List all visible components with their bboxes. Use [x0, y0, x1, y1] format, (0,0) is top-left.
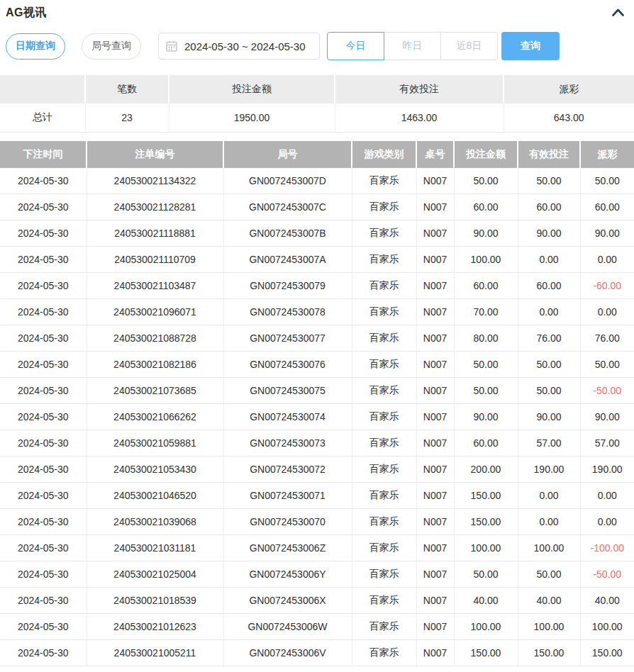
cell-table-no: N007	[416, 640, 454, 666]
cell-round-no: GN0072453007C	[223, 194, 352, 220]
cell-bet-time: 2024-05-30	[0, 352, 87, 378]
cell-bet-amount: 60.00	[454, 430, 518, 457]
cell-payout: -100.00	[580, 535, 634, 561]
cell-table-no: N007	[416, 378, 454, 404]
date-query-tab[interactable]: 日期查询	[6, 33, 65, 60]
cell-payout: 90.00	[580, 220, 634, 247]
cell-bet-no: 240530021059881	[87, 430, 223, 457]
cell-valid-bet: 40.00	[518, 588, 580, 614]
cell-bet-amount: 150.00	[454, 640, 518, 666]
search-button[interactable]: 查询	[501, 32, 560, 60]
cell-game-type: 百家乐	[352, 457, 416, 483]
cell-payout: 100.00	[580, 614, 634, 640]
cell-round-no: GN00724530079	[223, 273, 352, 299]
cell-round-no: GN0072453006Y	[223, 561, 352, 588]
cell-bet-amount: 80.00	[454, 325, 518, 352]
cell-game-type: 百家乐	[352, 378, 416, 404]
summary-header-row: 笔数 投注金额 有效投注 派彩	[0, 75, 634, 103]
cell-payout: 40.00	[580, 588, 634, 614]
cell-bet-amount: 60.00	[454, 194, 518, 220]
summary-header-bet-amount: 投注金额	[169, 75, 335, 103]
cell-valid-bet: 60.00	[518, 273, 580, 299]
summary-table: 笔数 投注金额 有效投注 派彩 总计 23 1950.00 1463.00 64…	[0, 75, 634, 133]
cell-round-no: GN00724530074	[223, 404, 352, 430]
cell-bet-amount: 50.00	[454, 561, 518, 588]
cell-payout: 0.00	[580, 483, 634, 509]
cell-bet-no: 240530021018539	[87, 588, 223, 614]
cell-bet-no: 240530021128281	[87, 194, 223, 220]
cell-payout: 76.00	[580, 325, 634, 352]
header-table-no: 桌号	[416, 141, 454, 168]
cell-payout: 0.00	[580, 247, 634, 273]
cell-game-type: 百家乐	[352, 561, 416, 588]
cell-table-no: N007	[416, 352, 454, 378]
cell-valid-bet: 0.00	[518, 299, 580, 325]
header-payout: 派彩	[580, 141, 634, 168]
bet-record-row: 2024-05-30 240530021134322 GN0072453007D…	[0, 168, 634, 194]
cell-bet-amount: 90.00	[454, 220, 518, 247]
cell-table-no: N007	[416, 325, 454, 352]
cell-bet-time: 2024-05-30	[0, 561, 87, 588]
cell-bet-time: 2024-05-30	[0, 299, 87, 325]
page-title: AG视讯	[6, 6, 47, 21]
quick-range-last-8-days[interactable]: 近8日	[440, 32, 498, 60]
round-query-tab[interactable]: 局号查询	[82, 33, 141, 60]
summary-header-valid-bet: 有效投注	[335, 75, 504, 103]
summary-total-label: 总计	[0, 103, 85, 132]
header-round-no: 局号	[223, 141, 352, 168]
cell-round-no: GN00724530077	[223, 325, 352, 352]
cell-bet-no: 240530021066262	[87, 404, 223, 430]
cell-bet-no: 240530021053430	[87, 457, 223, 483]
cell-payout: 190.00	[580, 457, 634, 483]
bet-record-row: 2024-05-30 240530021082186 GN00724530076…	[0, 352, 634, 378]
cell-round-no: GN00724530070	[223, 509, 352, 535]
collapse-button[interactable]	[611, 6, 625, 20]
cell-bet-time: 2024-05-30	[0, 483, 87, 509]
bet-record-row: 2024-05-30 240530021005211 GN0072453006V…	[0, 640, 634, 666]
cell-game-type: 百家乐	[352, 535, 416, 561]
bet-record-row: 2024-05-30 240530021103487 GN00724530079…	[0, 273, 634, 299]
cell-bet-amount: 100.00	[454, 535, 518, 561]
summary-header-count: 笔数	[85, 75, 169, 103]
cell-bet-no: 240530021039068	[87, 509, 223, 535]
cell-bet-time: 2024-05-30	[0, 168, 87, 194]
cell-game-type: 百家乐	[352, 404, 416, 430]
cell-payout: 50.00	[580, 352, 634, 378]
cell-bet-no: 240530021082186	[87, 352, 223, 378]
bet-record-row: 2024-05-30 240530021110709 GN0072453007A…	[0, 247, 634, 273]
cell-valid-bet: 90.00	[518, 220, 580, 247]
cell-bet-no: 240530021118881	[87, 220, 223, 247]
cell-bet-time: 2024-05-30	[0, 194, 87, 220]
summary-total-count: 23	[85, 103, 169, 132]
cell-bet-time: 2024-05-30	[0, 588, 87, 614]
cell-valid-bet: 50.00	[518, 352, 580, 378]
cell-bet-no: 240530021088728	[87, 325, 223, 352]
cell-bet-time: 2024-05-30	[0, 457, 87, 483]
cell-payout: 50.00	[580, 168, 634, 194]
cell-round-no: GN00724530075	[223, 378, 352, 404]
cell-valid-bet: 50.00	[518, 378, 580, 404]
cell-bet-amount: 50.00	[454, 378, 518, 404]
date-range-input[interactable]: 2024-05-30 ~ 2024-05-30	[158, 33, 320, 60]
cell-round-no: GN0072453006Z	[223, 535, 352, 561]
cell-bet-no: 240530021005211	[87, 640, 223, 666]
bet-record-row: 2024-05-30 240530021031181 GN0072453006Z…	[0, 535, 634, 561]
cell-game-type: 百家乐	[352, 168, 416, 194]
cell-table-no: N007	[416, 588, 454, 614]
cell-bet-amount: 50.00	[454, 352, 518, 378]
summary-total-bet-amount: 1950.00	[169, 103, 335, 132]
cell-round-no: GN0072453007B	[223, 220, 352, 247]
cell-bet-time: 2024-05-30	[0, 509, 87, 535]
panel-header: AG视讯	[0, 0, 634, 21]
cell-table-no: N007	[416, 194, 454, 220]
cell-bet-amount: 100.00	[454, 247, 518, 273]
cell-round-no: GN0072453006X	[223, 588, 352, 614]
cell-bet-time: 2024-05-30	[0, 247, 87, 273]
quick-range-today[interactable]: 今日	[327, 32, 384, 60]
cell-table-no: N007	[416, 299, 454, 325]
cell-valid-bet: 190.00	[518, 457, 580, 483]
cell-payout: -60.00	[580, 273, 634, 299]
cell-game-type: 百家乐	[352, 614, 416, 640]
quick-range-yesterday[interactable]: 昨日	[384, 32, 441, 60]
cell-bet-amount: 70.00	[454, 299, 518, 325]
